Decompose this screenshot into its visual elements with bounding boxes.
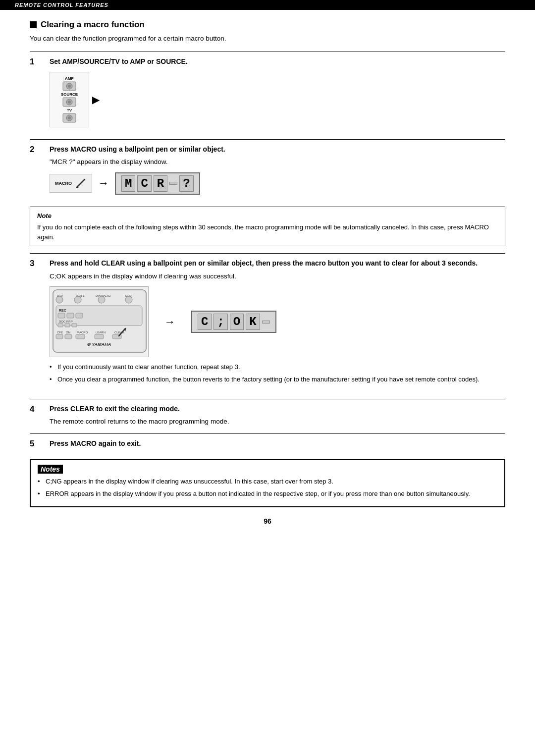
- amp-source-tv-diagram: AMP SOURCE: [50, 72, 89, 127]
- step3-diagram: DTV VCR 1 DVR/VCR2 DVD REC: [50, 286, 505, 357]
- step2-arrow: →: [98, 177, 109, 190]
- step1-number: 1: [30, 57, 42, 132]
- lcd-space: [169, 182, 177, 185]
- svg-text:⊕ YAMAHA: ⊕ YAMAHA: [87, 342, 111, 347]
- intro-text: You can clear the function programmed fo…: [30, 34, 505, 44]
- amp-icon: [62, 81, 76, 91]
- step4-content: Press CLEAR to exit the clearing mode. T…: [50, 404, 505, 427]
- step2-diagram: MACRO → M C R ?: [50, 172, 505, 195]
- svg-text:CFE: CFE: [57, 331, 63, 334]
- step2-label: Press MACRO using a ballpoint pen or sim…: [50, 145, 505, 155]
- page-number: 96: [30, 517, 505, 525]
- notes-box: Notes C;NG appears in the display window…: [30, 459, 505, 507]
- step3-content: Press and hold CLEAR using a ballpoint p…: [50, 259, 505, 391]
- svg-point-18: [98, 296, 105, 303]
- step5-divider: [30, 433, 505, 434]
- section-title: Clearing a macro function: [30, 20, 505, 30]
- header-label: REMOTE CONTROL FEATURES: [15, 2, 108, 8]
- step2-divider: [30, 139, 505, 140]
- svg-point-17: [74, 296, 81, 303]
- svg-point-16: [56, 296, 63, 303]
- step-3: 3 Press and hold CLEAR using a ballpoint…: [30, 259, 505, 391]
- note-body: If you do not complete each of the follo…: [37, 222, 498, 242]
- cok-display: C ; O K: [191, 311, 276, 333]
- note-item-2: ERROR appears in the display window if y…: [38, 489, 497, 499]
- svg-rect-22: [58, 313, 65, 318]
- step3-bullets: If you continuously want to clear anothe…: [50, 362, 505, 385]
- section-icon: [30, 21, 37, 28]
- step1-label: Set AMP/SOURCE/TV to AMP or SOURCE.: [50, 57, 505, 67]
- step2-body: "MCR ?" appears in the display window.: [50, 157, 505, 167]
- step2-content: Press MACRO using a ballpoint pen or sim…: [50, 145, 505, 200]
- svg-text:ON: ON: [66, 331, 70, 334]
- svg-point-5: [68, 101, 71, 104]
- step5-label: Press MACRO again to exit.: [50, 439, 505, 449]
- step1-diagram: AMP SOURCE: [50, 72, 505, 127]
- source-button-diagram: SOURCE: [61, 92, 78, 107]
- lcd-q: ?: [179, 175, 193, 192]
- remote-svg: DTV VCR 1 DVR/VCR2 DVD REC: [52, 289, 147, 353]
- svg-rect-34: [56, 334, 63, 339]
- bullet-2: Once you clear a programmed function, th…: [50, 375, 505, 385]
- svg-rect-26: [58, 324, 63, 327]
- step3-label: Press and hold CLEAR using a ballpoint p…: [50, 259, 505, 269]
- svg-rect-37: [95, 334, 104, 339]
- note-title: Note: [37, 211, 498, 221]
- tv-icon: [62, 113, 76, 123]
- notes-title: Notes: [38, 465, 63, 474]
- bullet-1: If you continuously want to clear anothe…: [50, 362, 505, 373]
- macro-button-diagram: MACRO: [50, 174, 92, 193]
- step2-number: 2: [30, 145, 42, 200]
- lcd-c: C: [137, 175, 151, 192]
- svg-rect-35: [65, 334, 72, 339]
- step-5: 5 Press MACRO again to exit.: [30, 439, 505, 452]
- header-bar: REMOTE CONTROL FEATURES: [0, 0, 535, 10]
- lcd-o: O: [230, 314, 244, 330]
- svg-rect-36: [76, 334, 85, 339]
- step1-divider: [30, 52, 505, 52]
- svg-text:REC: REC: [59, 309, 66, 312]
- lcd-c2: C: [198, 314, 212, 330]
- step1-arrow: ▶: [92, 94, 100, 106]
- pen-macro-icon: [75, 177, 87, 189]
- svg-rect-28: [72, 324, 77, 327]
- lcd-semi: ;: [214, 314, 227, 330]
- svg-text:LEARN: LEARN: [96, 331, 106, 334]
- section-title-text: Clearing a macro function: [41, 20, 145, 30]
- step-1: 1 Set AMP/SOURCE/TV to AMP or SOURCE. AM…: [30, 57, 505, 132]
- svg-point-19: [125, 296, 132, 303]
- svg-text:MACRO: MACRO: [77, 331, 88, 334]
- lcd-space2: [262, 321, 270, 324]
- step5-number: 5: [30, 439, 42, 452]
- step4-body: The remote control returns to the macro …: [50, 417, 505, 427]
- source-icon: [62, 97, 76, 107]
- step4-label: Press CLEAR to exit the clearing mode.: [50, 404, 505, 414]
- step-2: 2 Press MACRO using a ballpoint pen or s…: [30, 145, 505, 200]
- svg-rect-23: [67, 313, 74, 318]
- step4-divider: [30, 399, 505, 399]
- svg-point-2: [68, 85, 71, 88]
- mcr-display: M C R ?: [115, 172, 200, 195]
- note-item-1: C;NG appears in the display window if cl…: [38, 477, 497, 487]
- notes-list: C;NG appears in the display window if cl…: [38, 477, 497, 499]
- lcd-m: M: [121, 175, 135, 192]
- lcd-r: R: [154, 175, 167, 192]
- step4-number: 4: [30, 404, 42, 427]
- tv-button-diagram: TV: [62, 108, 76, 123]
- svg-point-8: [68, 116, 71, 119]
- step3-body: C;OK appears in the display window if cl…: [50, 271, 505, 281]
- note-box: Note If you do not complete each of the …: [30, 207, 505, 247]
- svg-line-9: [77, 179, 85, 187]
- step1-content: Set AMP/SOURCE/TV to AMP or SOURCE. AMP …: [50, 57, 505, 132]
- step3-number: 3: [30, 259, 42, 391]
- macro-label: MACRO: [55, 181, 72, 186]
- step3-arrow: →: [164, 316, 175, 328]
- page-content: Clearing a macro function You can clear …: [0, 10, 535, 545]
- svg-text:DOC RRP: DOC RRP: [59, 320, 73, 323]
- step-4: 4 Press CLEAR to exit the clearing mode.…: [30, 404, 505, 427]
- step3-divider: [30, 253, 505, 254]
- amp-button-diagram: AMP: [62, 76, 76, 91]
- lcd-k: K: [246, 314, 260, 330]
- svg-rect-27: [65, 324, 70, 327]
- step5-content: Press MACRO again to exit.: [50, 439, 505, 452]
